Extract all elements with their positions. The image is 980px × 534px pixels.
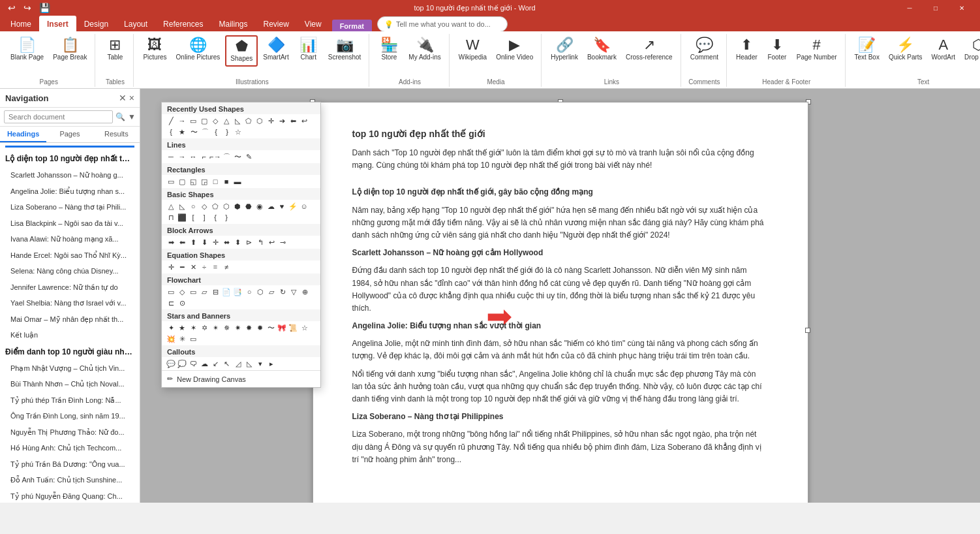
nav-item-19[interactable]: Tỷ phú Trần Bá Dương: "Ông vua... (0, 456, 140, 473)
shape-arrow-line[interactable]: → (177, 116, 187, 126)
comment-button[interactable]: 💬 Comment (686, 35, 722, 64)
flow-decision[interactable]: ◇ (177, 287, 187, 297)
star-7pt[interactable]: ✡ (199, 322, 209, 333)
callout-accent1[interactable]: ◿ (233, 358, 243, 369)
callout-accent2[interactable]: ◺ (244, 358, 254, 369)
star-12pt[interactable]: ✷ (232, 322, 243, 333)
block-arrow-notch[interactable]: ⊳ (243, 237, 254, 247)
flow-loop[interactable]: ↻ (277, 287, 288, 297)
shape-leftbrace[interactable]: { (210, 212, 221, 223)
shape-right-triangle[interactable]: ◺ (232, 116, 243, 126)
banner-scroll[interactable]: 📜 (288, 322, 298, 333)
shape-smiley[interactable]: ☺ (299, 201, 309, 212)
flow-stored[interactable]: ⊕ (299, 287, 310, 297)
nav-item-20[interactable]: Đỗ Anh Tuấn: Chủ tịch Sunshine... (0, 472, 140, 488)
star-10pt[interactable]: ✵ (221, 322, 232, 333)
table-button[interactable]: ⊞ Table (100, 35, 129, 64)
tab-review[interactable]: Review (255, 16, 296, 33)
block-arrow-ud[interactable]: ⬍ (232, 237, 243, 247)
line-straight[interactable]: ─ (166, 151, 176, 162)
shape-curly-brace[interactable]: { (166, 127, 176, 137)
tab-format[interactable]: Format (332, 20, 372, 33)
cross-reference-button[interactable]: ↗ Cross-reference (622, 35, 677, 64)
banner-explosion2[interactable]: ✳ (177, 334, 187, 344)
rect-snip1[interactable]: ◱ (188, 176, 198, 187)
callout-down[interactable]: ▾ (255, 358, 266, 369)
shape-star[interactable]: ★ (177, 127, 187, 137)
screenshot-button[interactable]: 📷 Screenshot (324, 35, 365, 64)
close-button[interactable]: ✕ (949, 0, 975, 16)
tab-home[interactable]: Home (3, 16, 39, 33)
shape-brace2[interactable]: [ (188, 212, 198, 223)
shape-pentagon[interactable]: ⬠ (243, 116, 254, 126)
nav-item-3[interactable]: Liza Soberano – Nàng thơ tại Phili... (0, 199, 140, 215)
shape-brace-right[interactable]: } (222, 127, 232, 137)
shape-heart[interactable]: ♥ (277, 201, 287, 212)
shape-triangle[interactable]: △ (221, 116, 232, 126)
flow-delay[interactable]: ⊏ (166, 298, 176, 308)
shape-triangle2[interactable]: △ (166, 201, 176, 212)
nav-tab-results[interactable]: Results (93, 127, 140, 142)
flow-manual[interactable]: ▱ (266, 287, 277, 297)
shape-star2[interactable]: ☆ (233, 127, 243, 137)
document-page[interactable]: ⚓ top 10 người đẹp nhất thế giới Danh sá… (313, 102, 808, 503)
eq-minus[interactable]: ━ (177, 262, 187, 272)
eq-divide[interactable]: ÷ (199, 262, 209, 272)
nav-tab-pages[interactable]: Pages (46, 127, 93, 142)
eq-notequal[interactable]: ≠ (221, 262, 232, 272)
eq-plus[interactable]: ✛ (166, 262, 176, 272)
shape-cloud[interactable]: ☁ (266, 201, 276, 212)
online-pictures-button[interactable]: 🌐 Online Pictures (172, 35, 224, 64)
page-break-button[interactable]: 📋 Page Break (49, 35, 91, 64)
shape-lightning[interactable]: ⚡ (288, 201, 298, 212)
tab-insert[interactable]: Insert (39, 16, 76, 33)
banner-star-callout[interactable]: ☆ (299, 322, 310, 333)
block-arrow-lr[interactable]: ⬌ (221, 237, 232, 247)
myadins-button[interactable]: 🔌 My Add-ins (405, 35, 444, 64)
wikipedia-button[interactable]: W Wikipedia (455, 35, 491, 64)
tab-design[interactable]: Design (76, 16, 116, 33)
shape-cube[interactable]: ⬛ (177, 212, 187, 223)
nav-item-18[interactable]: Hồ Hùng Anh: Chủ tịch Techcom... (0, 440, 140, 456)
line-elbow-arrow[interactable]: ⌐→ (210, 151, 221, 162)
footer-button[interactable]: ⬇ Footer (763, 35, 791, 64)
star-6pt[interactable]: ✶ (188, 322, 198, 333)
rect-rounded[interactable]: ▢ (177, 176, 187, 187)
block-arrow-up[interactable]: ⬆ (188, 237, 198, 247)
block-arrow-down[interactable]: ⬇ (199, 237, 209, 247)
tab-mailings[interactable]: Mailings (211, 16, 255, 33)
nav-item-7[interactable]: Selena: Nàng công chúa Disney... (0, 263, 140, 279)
star-24pt[interactable]: ✹ (254, 322, 265, 333)
shape-wave[interactable]: 〜 (189, 127, 199, 137)
quick-access-save[interactable]: 💾 (37, 1, 53, 14)
callout-line2[interactable]: ↖ (221, 358, 232, 369)
rect-fill[interactable]: ■ (221, 176, 232, 187)
flow-document[interactable]: 📄 (221, 287, 232, 297)
shape-hexagon[interactable]: ⬡ (254, 116, 265, 126)
online-video-button[interactable]: ▶ Online Video (492, 35, 537, 64)
shape-bent-arrow[interactable]: ↩ (299, 116, 309, 126)
nav-item-14[interactable]: Bùi Thành Nhơn – Chủ tịch Noval... (0, 376, 140, 392)
shape-cylinder[interactable]: ⊓ (166, 212, 176, 223)
chart-button[interactable]: 📊 Chart (294, 35, 323, 64)
page-number-button[interactable]: # Page Number (793, 35, 841, 64)
tab-layout[interactable]: Layout (116, 16, 155, 33)
shape-rounded-rect[interactable]: ▢ (199, 116, 209, 126)
shape-line[interactable]: ╱ (166, 116, 176, 126)
nav-item-21[interactable]: Tỷ phú Nguyễn Đăng Quang: Ch... (0, 488, 140, 503)
store-button[interactable]: 🏪 Store (375, 35, 403, 64)
minimize-button[interactable]: ─ (896, 0, 923, 16)
nav-item-5[interactable]: Ivana Alawi: Nữ hoàng mạng xã... (0, 231, 140, 247)
header-button[interactable]: ⬆ Header (732, 35, 761, 64)
shapes-button[interactable]: ⬟ Shapes (225, 35, 258, 67)
nav-item-12[interactable]: Điểm danh top 10 người giàu nhất V... (0, 343, 140, 360)
tab-references[interactable]: References (155, 16, 211, 33)
shape-hexa[interactable]: ⬡ (221, 201, 232, 212)
shape-octa[interactable]: ⬣ (243, 201, 254, 212)
smartart-button[interactable]: 🔷 SmartArt (259, 35, 292, 64)
nav-tab-headings[interactable]: Headings (0, 127, 46, 142)
wordart-button[interactable]: A WordArt (928, 35, 960, 64)
banner-explosion1[interactable]: 💥 (166, 334, 176, 344)
quick-access-undo[interactable]: ↩ (5, 1, 18, 14)
star-8pt[interactable]: ✴ (210, 322, 221, 333)
